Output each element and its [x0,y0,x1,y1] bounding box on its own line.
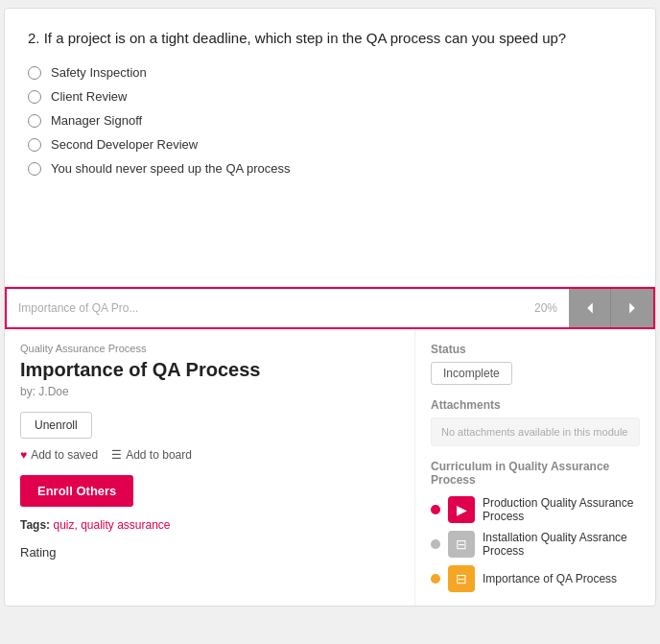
rating-text: Rating [20,545,399,560]
tags-row: Tags: quiz, quality assurance [20,518,399,532]
list-icon: ☰ [111,448,122,462]
radio-option-1[interactable] [28,66,41,80]
option-item-3[interactable]: Manager Signoff [28,113,632,128]
curriculum-dot-2 [431,539,440,549]
curriculum-list: ▶ Production Quality Assurance Process ⊟… [431,496,640,592]
option-item-4[interactable]: Second Developer Review [28,137,632,152]
curriculum-item-3[interactable]: ⊟ Importance of QA Process [431,565,640,592]
prev-arrow-icon [587,302,593,313]
status-label: Status [431,343,640,356]
next-button[interactable] [611,289,653,327]
radio-option-5[interactable] [28,162,41,176]
author-text: by: J.Doe [20,385,399,398]
next-arrow-icon [629,302,635,313]
no-attachments-text: No attachments available in this module [431,417,640,446]
unenroll-button[interactable]: Unenroll [20,412,92,439]
curriculum-item-2[interactable]: ⊟ Installation Quality Assrance Process [431,531,640,558]
progress-bar-row: Importance of QA Pro... 20% [5,287,655,329]
curriculum-icon-3: ⊟ [448,565,475,592]
curriculum-dot-1 [431,505,440,514]
option-list: Safety Inspection Client Review Manager … [28,65,632,176]
option-item-2[interactable]: Client Review [28,89,632,104]
curriculum-dot-3 [431,574,440,584]
action-links: ♥ Add to saved ☰ Add to board [20,448,399,462]
add-to-board-link[interactable]: ☰ Add to board [111,448,192,462]
right-column: Status Incomplete Attachments No attachm… [415,329,655,606]
enroll-others-button[interactable]: Enroll Others [20,475,133,507]
course-title: Importance of QA Process [20,358,399,381]
radio-option-3[interactable] [28,114,41,128]
attachments-label: Attachments [431,398,640,412]
curriculum-icon-2: ⊟ [448,531,475,558]
curriculum-label: Curriculum in Quality Assurance Process [431,460,640,487]
progress-percent: 20% [523,292,569,324]
breadcrumb: Quality Assurance Process [20,343,399,354]
curriculum-item-1[interactable]: ▶ Production Quality Assurance Process [431,496,640,523]
option-item-5[interactable]: You should never speed up the QA process [28,161,632,176]
prev-button[interactable] [569,289,611,327]
radio-option-4[interactable] [28,138,41,152]
main-content: Quality Assurance Process Importance of … [5,329,655,606]
quiz-section: 2. If a project is on a tight deadline, … [5,9,655,287]
progress-label: Importance of QA Pro... [7,292,523,324]
option-item-1[interactable]: Safety Inspection [28,65,632,80]
heart-icon: ♥ [20,448,27,462]
curriculum-icon-1: ▶ [448,496,475,523]
left-column: Quality Assurance Process Importance of … [5,329,415,606]
add-to-saved-link[interactable]: ♥ Add to saved [20,448,98,462]
radio-option-2[interactable] [28,90,41,104]
status-badge: Incomplete [431,362,512,385]
question-text: 2. If a project is on a tight deadline, … [28,28,632,48]
